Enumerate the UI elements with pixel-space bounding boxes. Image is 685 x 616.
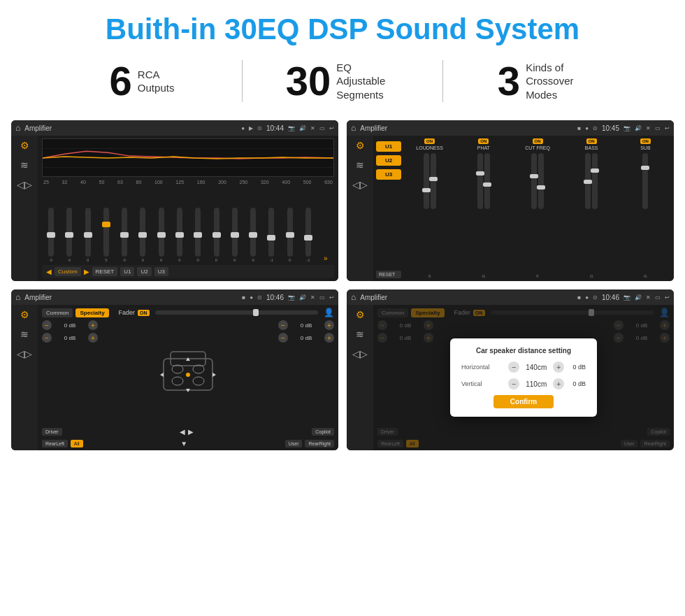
stats-row: 6 RCAOutputs 30 EQ AdjustableSegments 3 … [0, 53, 685, 115]
sidebar-vol-icon-3[interactable]: ◁▷ [17, 348, 32, 359]
home-icon-4[interactable]: ⌂ [351, 292, 356, 302]
crossover-reset-btn[interactable]: RESET [376, 271, 401, 278]
sidebar-wave-icon[interactable]: ≋ [20, 159, 29, 171]
loudness-on[interactable]: ON [424, 138, 435, 144]
eq-freq-160: 160 [197, 180, 206, 185]
fader-user-btn[interactable]: User [285, 440, 303, 447]
sidebar-eq-icon[interactable]: ⚙ [20, 140, 29, 151]
fader-rearleft-btn[interactable]: RearLeft [42, 440, 68, 447]
home-icon-2[interactable]: ⌂ [351, 123, 356, 133]
eq-preset-u3[interactable]: U3 [154, 267, 168, 276]
loudness-slider-1[interactable] [424, 153, 429, 209]
vol-icon-2: 🔊 [635, 125, 642, 131]
mode-common-btn[interactable]: Common [42, 308, 73, 317]
eq-slider-1: 0 [66, 208, 72, 262]
cutfreq-slider-2[interactable] [538, 153, 544, 209]
phat-on[interactable]: ON [478, 138, 489, 144]
sidebar-eq-icon-4[interactable]: ⚙ [356, 309, 365, 320]
home-icon-3[interactable]: ⌂ [15, 292, 20, 302]
home-icon[interactable]: ⌂ [15, 123, 20, 133]
fader-driver-btn[interactable]: Driver [42, 428, 62, 436]
vol-icon-4: 🔊 [635, 294, 642, 301]
eq-track-5[interactable] [140, 208, 145, 257]
eq-track-6[interactable] [159, 208, 164, 257]
win-icon-2: ▭ [655, 125, 661, 131]
sidebar-wave-icon-2[interactable]: ≋ [356, 159, 364, 171]
eq-track-1[interactable] [66, 208, 72, 257]
phat-slider-2[interactable] [484, 153, 490, 209]
eq-track-11[interactable] [250, 208, 256, 257]
fader-copilot-btn[interactable]: Copilot [312, 428, 334, 436]
fader-left-arrow[interactable]: ◀ [180, 428, 185, 436]
vol-minus-1[interactable]: − [42, 320, 52, 330]
sidebar-vol-icon-2[interactable]: ◁▷ [352, 179, 368, 190]
dialog-confirm-button[interactable]: Confirm [493, 395, 554, 408]
eq-preset-u2[interactable]: U2 [137, 267, 151, 276]
vol-value-1: 0 dB [54, 322, 86, 329]
eq-track-9[interactable] [214, 208, 219, 257]
u2-btn[interactable]: U2 [376, 155, 401, 166]
vol-plus-4[interactable]: + [324, 333, 334, 343]
statusbar-3: ⌂ Amplifier ■ ● ⊙ 10:46 📷 🔊 ✕ ▭ ↩ [11, 289, 338, 305]
fader-h-slider[interactable] [155, 310, 318, 315]
stat-eq: 30 EQ AdjustableSegments [243, 61, 442, 102]
eq-scroll-right[interactable]: » [324, 255, 328, 262]
vol-minus-4[interactable]: − [278, 333, 288, 343]
dialog-horizontal-plus[interactable]: + [553, 361, 564, 373]
vol-plus-2[interactable]: + [88, 333, 98, 343]
eq-track-0[interactable] [48, 208, 54, 257]
bass-slider-1[interactable] [585, 153, 591, 209]
mode-specialty-btn[interactable]: Specialty [75, 308, 108, 317]
eq-track-2[interactable] [85, 208, 91, 257]
loudness-slider-2[interactable] [431, 153, 436, 209]
eq-track-13[interactable] [287, 208, 293, 257]
eq-track-12[interactable] [268, 208, 274, 257]
eq-graph [42, 138, 334, 177]
fader-all-btn[interactable]: All [71, 440, 83, 447]
sidebar-wave-icon-3[interactable]: ≋ [20, 329, 29, 340]
sidebar-eq-icon-3[interactable]: ⚙ [20, 309, 29, 320]
eq-preset-reset[interactable]: RESET [92, 267, 118, 276]
fader-on-badge[interactable]: ON [138, 310, 150, 316]
eq-track-4[interactable] [122, 208, 127, 257]
u1-btn[interactable]: U1 [376, 141, 401, 152]
statusbar-4: ⌂ Amplifier ■ ● ⊙ 10:46 📷 🔊 ✕ ▭ ↩ [347, 289, 674, 305]
bass-on[interactable]: ON [586, 138, 597, 144]
sidebar-vol-icon-4[interactable]: ◁▷ [352, 348, 368, 359]
u3-btn[interactable]: U3 [376, 169, 401, 180]
vol-plus-1[interactable]: + [88, 320, 98, 330]
sidebar-wave-icon-4[interactable]: ≋ [356, 329, 364, 340]
bass-slider-2[interactable] [592, 153, 598, 209]
cutfreq-on[interactable]: ON [533, 138, 543, 144]
dialog-vertical-plus[interactable]: + [553, 378, 564, 389]
fader-rearright-btn[interactable]: RearRight [305, 440, 334, 447]
vol-plus-3[interactable]: + [324, 320, 334, 330]
sub-on[interactable]: ON [640, 138, 651, 144]
eq-next-arrow[interactable]: ▶ [84, 268, 89, 275]
dot2-icon-3: ● [250, 294, 253, 301]
sidebar-eq-icon-2[interactable]: ⚙ [356, 140, 365, 151]
phat-slider-1[interactable] [477, 153, 483, 209]
fader-down-arrow[interactable]: ▼ [180, 440, 187, 447]
dialog-horizontal-minus[interactable]: − [508, 361, 519, 373]
sub-slider-1[interactable] [642, 153, 648, 209]
eq-track-14[interactable] [305, 208, 311, 257]
vol-minus-2[interactable]: − [42, 333, 52, 343]
eq-prev-arrow[interactable]: ◀ [46, 268, 52, 275]
back-icon-4: ↩ [665, 294, 670, 301]
cutfreq-slider-1[interactable] [531, 153, 537, 209]
eq-track-10[interactable] [232, 208, 238, 257]
svg-point-7 [172, 377, 183, 385]
eq-slider-2: 0 [85, 208, 91, 262]
eq-preset-u1[interactable]: U1 [120, 267, 134, 276]
fader-settings-icon[interactable]: 👤 [324, 308, 334, 317]
status-title-3: Amplifier [24, 294, 238, 301]
eq-track-8[interactable] [195, 208, 201, 257]
vol-minus-3[interactable]: − [278, 320, 288, 330]
sidebar-vol-icon[interactable]: ◁▷ [17, 179, 32, 190]
fader-right-arrow[interactable]: ▶ [188, 428, 194, 436]
eq-track-3[interactable] [103, 208, 109, 257]
eq-preset-custom[interactable]: Custom [55, 267, 81, 276]
dialog-vertical-minus[interactable]: − [508, 378, 519, 389]
eq-track-7[interactable] [177, 208, 182, 257]
